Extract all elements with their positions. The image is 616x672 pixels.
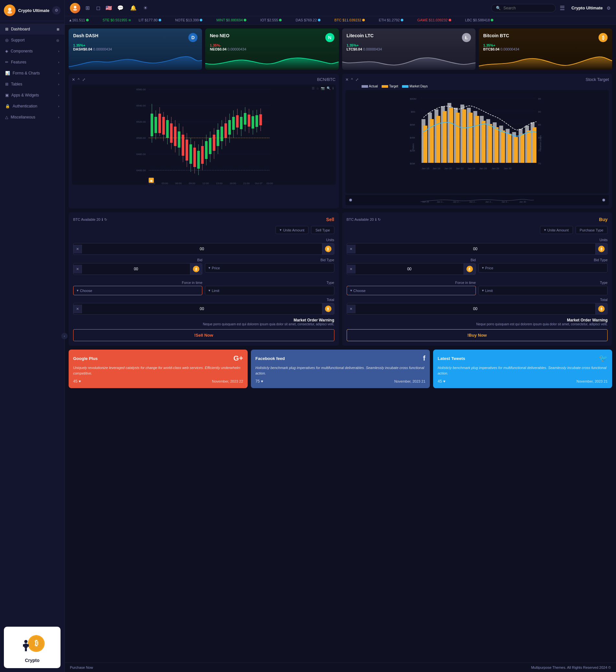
sidebar-item-misc[interactable]: △ Miscellaneous ›	[0, 112, 64, 123]
sell-choose-btn[interactable]: ▾ Choose	[73, 286, 202, 295]
lite-icon: Ł	[462, 33, 471, 42]
sell-limit-btn[interactable]: ▾ Limit	[205, 286, 334, 295]
svg-point-12	[73, 9, 77, 11]
btc-icon: ₿	[599, 33, 608, 42]
sell-submit-btn[interactable]: !Sell Now	[73, 329, 334, 341]
svg-text:Oct 07: Oct 07	[255, 182, 263, 185]
sell-price-select[interactable]: ▾ Price	[205, 263, 334, 273]
bell-icon[interactable]: 🔔	[129, 5, 138, 11]
settings-icon[interactable]: ⚙	[607, 6, 611, 11]
sidebar-item-components[interactable]: ◈ Components ›	[0, 46, 64, 57]
chart-left-handle[interactable]	[349, 198, 353, 202]
google-title: Google Plus	[73, 356, 98, 361]
buy-limit-btn[interactable]: ▾ Limit	[478, 286, 608, 295]
chart-toolbar-info[interactable]: ℹ	[332, 86, 334, 90]
svg-rect-26	[151, 114, 153, 136]
buy-bid-field[interactable]	[355, 264, 464, 274]
stock-fullscreen-icon[interactable]: ⤢	[355, 77, 359, 82]
sun-icon[interactable]: ☀	[142, 5, 149, 11]
btc-icon-units: ₿	[325, 246, 331, 252]
google-date: November, 2023 22	[212, 379, 243, 383]
buy-limit-arrow: ▾	[482, 288, 484, 293]
tables-icon: ⊞	[5, 82, 8, 86]
buy-limit-label: Limit	[485, 289, 493, 293]
sidebar-item-auth[interactable]: 🔒 Authentication ›	[0, 101, 64, 112]
grid-icon[interactable]: ⊞	[84, 5, 91, 11]
buy-units-field[interactable]	[355, 244, 596, 253]
ticker-item-7: BTC $11.039232	[334, 18, 371, 22]
buy-type-label: Buy	[599, 217, 608, 222]
sidebar-item-widgets[interactable]: ▣ Apps & Widgets ›	[0, 90, 64, 101]
buy-unite-amount-btn[interactable]: ▾ Unite Amount	[540, 226, 573, 234]
sell-bid-prefix: ✕	[73, 265, 82, 274]
browser-icon[interactable]: ◻	[95, 5, 102, 11]
dash-card: Dash DASH D 1.35%+ DASH$0.04 0.00000434	[69, 28, 202, 70]
buy-price-select[interactable]: ▾ Price	[478, 263, 608, 273]
chart-controls: ✕ ^ ⤢	[72, 77, 85, 82]
sidebar-label-misc: Miscellaneous	[11, 115, 35, 119]
sidebar-item-features[interactable]: ✏ Features ›	[0, 57, 64, 68]
sidebar-gear-icon[interactable]: ⚙	[52, 6, 61, 15]
svg-text:Sales: Sales	[412, 143, 415, 150]
svg-rect-7	[25, 648, 26, 651]
svg-rect-137	[449, 108, 453, 163]
svg-rect-36	[170, 123, 173, 143]
svg-rect-150	[532, 127, 536, 163]
buy-choose-btn[interactable]: ▾ Choose	[347, 286, 476, 295]
stock-close-icon[interactable]: ✕	[345, 77, 349, 82]
facebook-date: November, 2023 21	[394, 379, 425, 383]
ticker-item-2: LIT $177.80	[139, 18, 168, 22]
purchase-now-btn[interactable]: Purchase Now	[70, 666, 93, 669]
search-input[interactable]	[503, 6, 551, 10]
sell-type-col: Type ▾ Limit	[205, 281, 334, 295]
chart-toolbar-camera[interactable]: 📷	[321, 86, 325, 90]
sidebar-item-support[interactable]: ◎ Support ◎	[0, 35, 64, 46]
buy-total-field[interactable]	[355, 304, 596, 313]
sell-header: BTC Available 20 ℹ ↻ Sell	[73, 217, 334, 222]
menu-icon[interactable]: ☰	[560, 5, 565, 12]
sell-total-field[interactable]	[82, 304, 322, 313]
sidebar-item-forms[interactable]: 📊 Forms & Charts ›	[0, 68, 64, 79]
buy-submit-btn[interactable]: !Buy Now	[347, 329, 608, 341]
sidebar-item-dashboard[interactable]: ⊞ Dashboard ⊞	[0, 24, 64, 35]
flag-icon[interactable]: 🇺🇸	[106, 5, 112, 11]
sidebar-crypto-label: Crypto	[9, 658, 55, 663]
expand-icon[interactable]: ^	[78, 77, 80, 82]
sidebar-item-tables[interactable]: ⊞ Tables ›	[0, 79, 64, 90]
trade-forms: BTC Available 20 ℹ ↻ Sell ▾ Unite Amount…	[69, 212, 612, 346]
google-header: Google Plus G+	[73, 354, 243, 363]
facebook-title: Facebook feed	[255, 356, 285, 361]
buy-type-label2: Type	[600, 281, 608, 285]
stock-header: ✕ ^ ⤢ Stock Target	[345, 77, 609, 82]
svg-text:Jan 30: Jan 30	[519, 201, 526, 203]
svg-rect-48	[193, 148, 196, 167]
svg-text:03:00: 03:00	[162, 182, 168, 185]
chart-toolbar-zoom[interactable]: 🔍	[327, 86, 330, 90]
sell-units-field[interactable]	[82, 244, 322, 253]
svg-rect-143	[488, 124, 492, 163]
sell-unite-amount-btn[interactable]: ▾ Unite Amount	[275, 226, 308, 234]
sell-bid-col: Bid ✕ ₿	[73, 258, 202, 278]
fullscreen-icon[interactable]: ⤢	[82, 77, 85, 82]
sell-type-btn[interactable]: Sell Type	[311, 226, 334, 234]
sell-type-label2: Type	[327, 281, 334, 285]
svg-text:09:00: 09:00	[189, 182, 196, 185]
svg-text:06:00: 06:00	[175, 182, 182, 185]
sidebar-collapse-btn[interactable]: ‹	[61, 333, 68, 339]
chart-right-handle[interactable]	[602, 198, 606, 202]
close-icon[interactable]: ✕	[72, 77, 75, 82]
chart-toolbar-home[interactable]: ⌂	[317, 86, 319, 90]
btc-change: 1.35%+	[483, 43, 608, 47]
buy-type-btn[interactable]: Purchase Type	[576, 226, 608, 234]
svg-text:Jan 28: Jan 28	[491, 167, 499, 170]
stock-expand-icon[interactable]: ^	[351, 77, 353, 82]
chat-icon[interactable]: 💬	[116, 5, 125, 11]
neo-icon: N	[325, 33, 334, 42]
sell-bid-field[interactable]	[82, 264, 190, 274]
svg-rect-9	[23, 644, 24, 647]
svg-text:70: 70	[538, 162, 541, 165]
chart-toolbar-menu[interactable]: ☰	[312, 86, 315, 90]
buy-bid-prefix: ✕	[347, 265, 355, 274]
buy-choose-label: Choose	[353, 289, 366, 293]
buy-units-prefix: ✕	[347, 245, 355, 253]
